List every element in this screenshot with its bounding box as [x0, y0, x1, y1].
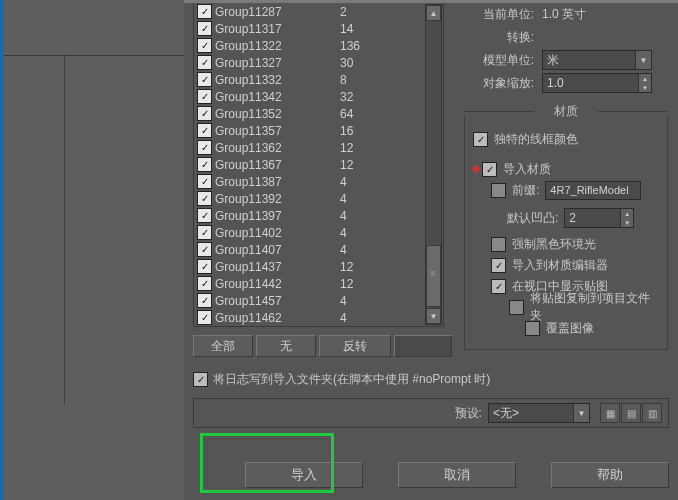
checkbox-icon[interactable]: [491, 183, 506, 198]
select-all-button[interactable]: 全部: [193, 335, 253, 357]
checkbox-icon: ✓: [197, 259, 212, 274]
default-bump-spinner[interactable]: 2 ▲▼: [564, 208, 634, 228]
list-item[interactable]: ✓Group113974: [195, 207, 426, 224]
item-count: 4: [340, 294, 347, 308]
checkbox-icon: ✓: [197, 310, 212, 325]
item-count: 8: [340, 73, 347, 87]
item-name: Group11317: [215, 22, 340, 36]
item-count: 32: [340, 90, 353, 104]
spin-down-icon: ▼: [620, 218, 633, 227]
list-item[interactable]: ✓Group114624: [195, 309, 426, 325]
list-item[interactable]: ✓Group113328: [195, 71, 426, 88]
filter-field[interactable]: [394, 335, 452, 357]
list-item[interactable]: ✓Group1132730: [195, 54, 426, 71]
import-material-checkbox[interactable]: ✓ 导入材质: [473, 159, 659, 179]
preset-dropdown[interactable]: <无> ▼: [488, 403, 590, 423]
overwrite-label: 覆盖图像: [546, 320, 594, 337]
model-unit-dropdown[interactable]: 米 ▼: [542, 50, 652, 70]
item-count: 4: [340, 243, 347, 257]
item-name: Group11397: [215, 209, 340, 223]
list-item[interactable]: ✓Group1135264: [195, 105, 426, 122]
item-name: Group11392: [215, 192, 340, 206]
item-name: Group11287: [215, 5, 340, 19]
item-name: Group11407: [215, 243, 340, 257]
checkbox-icon: [509, 300, 524, 315]
checkbox-icon: ✓: [197, 191, 212, 206]
unique-wireframe-label: 独特的线框颜色: [494, 131, 578, 148]
item-name: Group11442: [215, 277, 340, 291]
list-item[interactable]: ✓Group113874: [195, 173, 426, 190]
object-list: ✓Group112872✓Group1131714✓Group11322136✓…: [193, 3, 444, 327]
spin-up-icon: ▲: [638, 74, 651, 83]
checkbox-icon: ✓: [197, 21, 212, 36]
default-bump-row: 默认凹凸: 2 ▲▼: [491, 208, 659, 228]
list-item[interactable]: ✓Group1136712: [195, 156, 426, 173]
invert-selection-button[interactable]: 反转: [319, 335, 391, 357]
scroll-thumb[interactable]: [426, 245, 441, 307]
list-scrollbar[interactable]: ▲ ▼: [425, 4, 442, 325]
select-none-button[interactable]: 无: [256, 335, 316, 357]
force-black-label: 强制黑色环境光: [512, 236, 596, 253]
scroll-up-icon[interactable]: ▲: [426, 5, 441, 21]
convert-label: 转换:: [464, 29, 534, 46]
list-item[interactable]: ✓Group1144212: [195, 275, 426, 292]
import-to-editor-label: 导入到材质编辑器: [512, 257, 608, 274]
write-log-checkbox-row[interactable]: ✓ 将日志写到导入文件夹(在脚本中使用 #noPrompt 时): [193, 371, 490, 388]
checkbox-icon: ✓: [491, 279, 506, 294]
object-scale-spinner[interactable]: 1.0 ▲▼: [542, 73, 652, 93]
checkbox-icon: ✓: [197, 72, 212, 87]
list-item[interactable]: ✓Group1136212: [195, 139, 426, 156]
item-name: Group11342: [215, 90, 340, 104]
checkbox-icon: ✓: [197, 157, 212, 172]
preset-label: 预设:: [200, 405, 482, 422]
checkbox-icon: ✓: [197, 55, 212, 70]
preset-icon-1[interactable]: ▦: [600, 403, 620, 423]
item-count: 16: [340, 124, 353, 138]
list-item[interactable]: ✓Group11322136: [195, 37, 426, 54]
checkbox-icon: ✓: [197, 174, 212, 189]
item-count: 12: [340, 158, 353, 172]
prefix-field[interactable]: 4R7_RifleModel: [545, 181, 641, 200]
help-button[interactable]: 帮助: [551, 462, 669, 488]
item-count: 12: [340, 141, 353, 155]
checkbox-icon: ✓: [197, 38, 212, 53]
item-count: 2: [340, 5, 347, 19]
checkbox-icon: ✓: [473, 132, 488, 147]
chevron-down-icon: ▼: [573, 404, 589, 422]
list-item[interactable]: ✓Group1143712: [195, 258, 426, 275]
scroll-down-icon[interactable]: ▼: [426, 308, 441, 324]
spin-down-icon: ▼: [638, 83, 651, 92]
prefix-row: 前缀: 4R7_RifleModel: [491, 180, 659, 200]
list-item[interactable]: ✓Group1135716: [195, 122, 426, 139]
model-unit-value: 米: [547, 52, 559, 69]
checkbox-icon: [525, 321, 540, 336]
cancel-button[interactable]: 取消: [398, 462, 516, 488]
spin-up-icon: ▲: [620, 209, 633, 218]
list-item[interactable]: ✓Group1134232: [195, 88, 426, 105]
default-bump-label: 默认凹凸:: [507, 210, 558, 227]
import-to-editor-checkbox[interactable]: ✓ 导入到材质编辑器: [491, 255, 659, 275]
preset-icon-3[interactable]: ▥: [642, 403, 662, 423]
item-count: 64: [340, 107, 353, 121]
unique-wireframe-checkbox[interactable]: ✓ 独特的线框颜色: [473, 129, 659, 149]
preset-icon-2[interactable]: ▤: [621, 403, 641, 423]
object-scale-value: 1.0: [547, 76, 564, 90]
list-item[interactable]: ✓Group1131714: [195, 20, 426, 37]
item-count: 4: [340, 192, 347, 206]
checkbox-icon: ✓: [197, 276, 212, 291]
list-item[interactable]: ✓Group114574: [195, 292, 426, 309]
list-item[interactable]: ✓Group114024: [195, 224, 426, 241]
list-item[interactable]: ✓Group112872: [195, 3, 426, 20]
viewport-background: [0, 0, 188, 500]
force-black-ambient-checkbox[interactable]: 强制黑色环境光: [491, 234, 659, 254]
import-button[interactable]: 导入: [245, 462, 363, 488]
material-group: ✓ 独特的线框颜色 ✓ 导入材质 前缀: 4R7_RifleModel 默认凹凸…: [464, 116, 668, 350]
item-name: Group11322: [215, 39, 340, 53]
checkbox-icon: ✓: [197, 293, 212, 308]
list-item[interactable]: ✓Group113924: [195, 190, 426, 207]
item-count: 12: [340, 260, 353, 274]
item-count: 4: [340, 175, 347, 189]
list-item[interactable]: ✓Group114074: [195, 241, 426, 258]
item-name: Group11327: [215, 56, 340, 70]
copy-to-project-checkbox[interactable]: 将贴图复制到项目文件夹: [509, 297, 659, 317]
